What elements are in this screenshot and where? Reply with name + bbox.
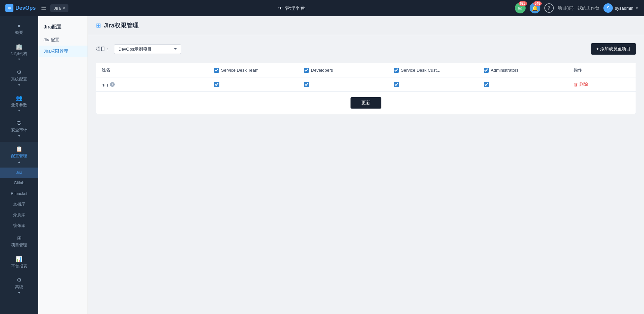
org-caret: ▼ — [18, 58, 21, 61]
user-name: sysadmin — [615, 6, 633, 11]
sidebar-subitem-mirror[interactable]: 镜像库 — [0, 221, 38, 231]
permission-table: 姓名 Service Desk Team — [96, 63, 636, 91]
sidebar-item-projmgmt[interactable]: ⊞ 项目管理 — [0, 231, 38, 252]
center-title-text: 管理平台 — [285, 5, 305, 11]
bizparams-icon: 👥 — [16, 95, 22, 101]
user-cell-name: rgg — [102, 82, 108, 87]
checkbox-service-desk-cust-rgg[interactable] — [394, 82, 399, 87]
table-footer: 更新 — [96, 91, 636, 114]
add-member-button[interactable]: + 添加成员至项目 — [591, 43, 636, 55]
sidebar-subitem-gitlab[interactable]: Gitlab — [0, 178, 38, 189]
sidebar-subitem-bitbucket[interactable]: Bitbucket — [0, 189, 38, 199]
sidebar-label-overview: 概要 — [15, 30, 23, 36]
project-label: 项目： — [96, 46, 110, 52]
report-icon: 📊 — [16, 256, 22, 262]
trash-icon: 🗑 — [574, 82, 578, 87]
app-logo: DevOps — [5, 4, 36, 12]
notification-bell-btn[interactable]: 🔔 648 — [530, 3, 540, 13]
col-label-service-desk-cust: Service Desk Cust... — [401, 68, 440, 73]
user-info-icon[interactable]: i — [110, 82, 115, 87]
top-right-actions: ✉ 623 🔔 648 ? 项目(群) 我的工作台 S sysadmin ▼ — [515, 3, 639, 13]
header-checkbox-administrators[interactable] — [484, 68, 489, 73]
audit-icon: 🛡 — [16, 120, 22, 126]
update-button[interactable]: 更新 — [351, 97, 381, 109]
sidebar-label-report: 平台报表 — [11, 264, 27, 269]
col-header-administrators: Administrators — [478, 63, 568, 77]
add-member-label: + 添加成员至项目 — [596, 46, 631, 52]
overview-icon: ● — [17, 23, 21, 29]
table-row: rgg i — [96, 77, 636, 92]
breadcrumb-tab[interactable]: Jira × — [50, 4, 68, 12]
project-select[interactable]: DevOps示例项目 — [114, 44, 181, 54]
cell-administrators — [478, 77, 568, 92]
sysconfig-caret: ▼ — [18, 83, 21, 87]
project-selector-left: 项目： DevOps示例项目 — [96, 44, 181, 54]
sidebar-item-configmgmt[interactable]: 📋 配置管理 ▲ — [0, 142, 38, 168]
sidebar-label-org: 组织机构 — [11, 51, 27, 57]
table-header-row: 姓名 Service Desk Team — [96, 63, 636, 77]
sidebar-item-org[interactable]: 🏢 组织机构 ▼ — [0, 40, 38, 65]
sub-sidebar: Jira配置 Jira配置 Jira权限管理 — [38, 16, 88, 314]
checkbox-service-desk-team-rgg[interactable] — [214, 82, 219, 87]
sidebar-item-report[interactable]: 📊 平台报表 — [0, 252, 38, 273]
audit-caret: ▼ — [18, 134, 21, 138]
col-label-administrators: Administrators — [491, 68, 519, 73]
sidebar-sublabel-bitbucket: Bitbucket — [11, 191, 27, 197]
sidebar-label-audit: 安全审计 — [11, 128, 27, 133]
sub-sidebar-item-jira-config[interactable]: Jira配置 — [38, 34, 88, 46]
page-header-icon: ⊞ — [96, 22, 101, 29]
project-selector-row: 项目： DevOps示例项目 + 添加成员至项目 — [96, 43, 636, 55]
eye-icon: 👁 — [278, 5, 283, 11]
user-info[interactable]: S sysadmin ▼ — [603, 3, 639, 13]
main-sidebar: ● 概要 🏢 组织机构 ▼ ⚙ 系统配置 ▼ 👥 业务参数 ▼ 🛡 安全审计 ▼… — [0, 16, 38, 314]
bell-icon: 🔔 — [532, 5, 538, 11]
cell-service-desk-team — [209, 77, 299, 92]
header-checkbox-service-desk-cust[interactable] — [394, 68, 399, 73]
col-header-action: 操作 — [568, 63, 636, 77]
sidebar-label-bizparams: 业务参数 — [11, 103, 27, 108]
body-layout: ● 概要 🏢 组织机构 ▼ ⚙ 系统配置 ▼ 👥 业务参数 ▼ 🛡 安全审计 ▼… — [0, 16, 644, 314]
top-navigation: DevOps ☰ Jira × 👁 管理平台 ✉ 623 🔔 648 ? 项目(… — [0, 0, 644, 16]
sidebar-subitem-jira[interactable]: Jira — [0, 168, 38, 178]
sidebar-item-advanced[interactable]: ⚙ 高级 ▼ — [0, 273, 38, 299]
col-label-service-desk-team: Service Desk Team — [221, 68, 259, 73]
delete-button-rgg[interactable]: 🗑 删除 — [574, 81, 588, 87]
message-icon: ✉ — [518, 5, 522, 11]
bell-badge: 648 — [533, 1, 542, 6]
message-badge: 623 — [519, 1, 527, 6]
my-workspace-link[interactable]: 我的工作台 — [578, 5, 599, 11]
project-group-link[interactable]: 项目(群) — [558, 5, 574, 11]
sidebar-item-audit[interactable]: 🛡 安全审计 ▼ — [0, 116, 38, 142]
sidebar-item-bizparams[interactable]: 👥 业务参数 ▼ — [0, 91, 38, 117]
projmgmt-icon: ⊞ — [17, 235, 21, 241]
page-header: ⊞ Jira权限管理 — [88, 16, 644, 35]
logo-text: DevOps — [15, 5, 36, 11]
cell-user-name: rgg i — [96, 77, 209, 92]
sub-sidebar-item-jira-perm[interactable]: Jira权限管理 — [38, 46, 88, 57]
breadcrumb-label: Jira — [54, 6, 61, 11]
header-checkbox-developers[interactable] — [304, 68, 309, 73]
cell-developers — [299, 77, 388, 92]
notification-message-btn[interactable]: ✉ 623 — [515, 3, 526, 13]
page-center-title: 👁 管理平台 — [68, 5, 515, 11]
header-checkbox-service-desk-team[interactable] — [214, 68, 219, 73]
help-icon: ? — [547, 5, 550, 11]
update-label: 更新 — [361, 100, 371, 105]
permission-table-container: 姓名 Service Desk Team — [96, 63, 636, 114]
bizparams-caret: ▼ — [18, 109, 21, 112]
sidebar-label-projmgmt: 项目管理 — [11, 243, 27, 248]
sidebar-item-sysconfig[interactable]: ⚙ 系统配置 ▼ — [0, 65, 38, 91]
sidebar-sublabel-gitlab: Gitlab — [14, 181, 24, 186]
breadcrumb-close[interactable]: × — [63, 6, 65, 10]
sidebar-subitem-docrepo[interactable]: 文档库 — [0, 199, 38, 210]
content-area: 项目： DevOps示例项目 + 添加成员至项目 姓名 — [88, 35, 644, 122]
sidebar-subitem-mediarepo[interactable]: 介质库 — [0, 210, 38, 221]
help-button[interactable]: ? — [544, 3, 554, 13]
col-label-developers: Developers — [311, 68, 333, 73]
sidebar-label-configmgmt: 配置管理 — [11, 153, 27, 159]
sidebar-item-overview[interactable]: ● 概要 — [0, 19, 38, 40]
logo-icon — [5, 4, 13, 12]
checkbox-developers-rgg[interactable] — [304, 82, 309, 87]
checkbox-administrators-rgg[interactable] — [484, 82, 489, 87]
hamburger-icon[interactable]: ☰ — [41, 4, 46, 12]
